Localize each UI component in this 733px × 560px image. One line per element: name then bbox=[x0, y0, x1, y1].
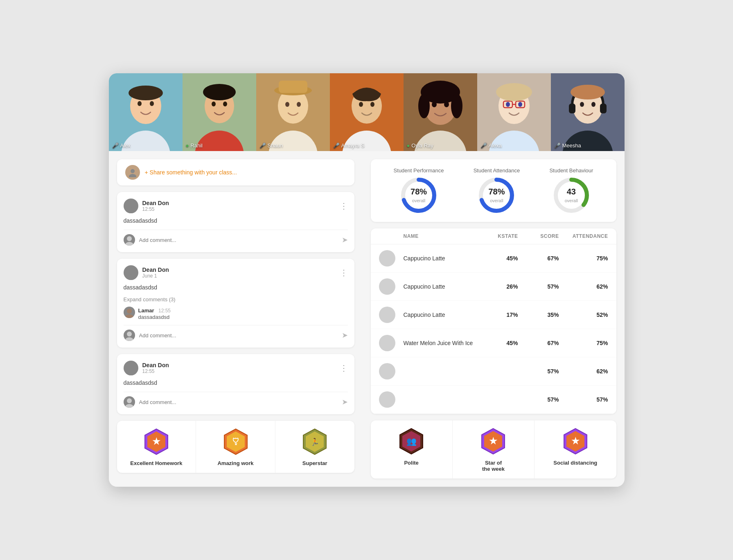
svg-point-52 bbox=[126, 208, 136, 213]
svg-point-31 bbox=[451, 94, 462, 118]
row-avatar-3 bbox=[379, 307, 395, 323]
shaun-mic-icon: 🎤 bbox=[259, 142, 266, 149]
rahil-photo bbox=[183, 73, 256, 151]
share-bar[interactable]: + Share something with your class... bbox=[117, 159, 354, 185]
svg-point-4 bbox=[150, 101, 154, 106]
app-container: 🎤 Alex ● Rahil bbox=[109, 73, 625, 487]
badge-excellent-homework[interactable]: ★ Excellent Homework bbox=[117, 421, 196, 473]
post-author-1: Dean Don 12:55 bbox=[124, 199, 169, 213]
stat-title-behaviour: Student Behaviour bbox=[549, 167, 593, 174]
oyia-label: ● Oyia Ray bbox=[407, 142, 433, 149]
badge-social-distancing[interactable]: ★ Social distancing bbox=[535, 420, 616, 479]
share-input[interactable]: + Share something with your class... bbox=[145, 169, 237, 176]
comment-row-2: ➤ bbox=[124, 325, 348, 341]
send-icon-3[interactable]: ➤ bbox=[342, 397, 348, 406]
video-cell-amayra[interactable]: 🎤 Amayra S bbox=[330, 73, 404, 151]
post-menu-3[interactable]: ⋮ bbox=[340, 363, 348, 373]
row-score-5: 57% bbox=[518, 368, 559, 375]
row-attendance-2: 62% bbox=[559, 283, 608, 290]
svg-point-63 bbox=[127, 398, 132, 403]
rahil-label: ● Rahil bbox=[186, 142, 203, 149]
badge-superstar[interactable]: 🏃 Superstar bbox=[275, 421, 354, 473]
svg-rect-47 bbox=[600, 104, 607, 113]
table-row-1[interactable]: Cappucino Latte 45% 67% 75% bbox=[371, 244, 616, 273]
svg-rect-18 bbox=[279, 81, 307, 93]
video-cell-alex[interactable]: 🎤 Alex bbox=[109, 73, 183, 151]
row-score-3: 35% bbox=[518, 312, 559, 318]
row-avatar-2 bbox=[379, 278, 395, 295]
video-cell-rahil[interactable]: ● Rahil bbox=[183, 73, 256, 151]
send-icon-2[interactable]: ➤ bbox=[342, 331, 348, 340]
row-score-1: 67% bbox=[518, 255, 559, 262]
main-content: + Share something with your class... Dea… bbox=[109, 151, 625, 487]
post-menu-1[interactable]: ⋮ bbox=[340, 201, 348, 211]
svg-point-22 bbox=[359, 102, 363, 107]
video-cell-alexa[interactable]: 🎤 Alexa bbox=[477, 73, 551, 151]
post-body-3: dassadasdsd bbox=[124, 379, 348, 386]
svg-point-35 bbox=[506, 102, 510, 107]
students-table: NAME KSTATE SCORE ATTENDANCE Cappucino L… bbox=[371, 228, 616, 414]
alex-label: 🎤 Alex bbox=[112, 142, 131, 149]
table-row-3[interactable]: Cappucino Latte 17% 35% 52% bbox=[371, 301, 616, 329]
row-avatar-6 bbox=[379, 391, 395, 408]
svg-point-57 bbox=[127, 309, 132, 314]
table-row-5[interactable]: 57% 62% bbox=[371, 357, 616, 386]
comment-avatar-2 bbox=[124, 330, 135, 341]
post-card-2: Dean Don June 1 ⋮ dassadasdsd Expand com… bbox=[117, 259, 354, 348]
post-name-1: Dean Don bbox=[142, 200, 169, 206]
post-name-2: Dean Don bbox=[142, 266, 169, 273]
meesha-photo bbox=[551, 73, 625, 151]
badge-polite[interactable]: 👥 Polite bbox=[371, 420, 453, 479]
post-menu-2[interactable]: ⋮ bbox=[340, 268, 348, 278]
video-cell-meesha[interactable]: 🎤 Meesha bbox=[551, 73, 625, 151]
lamar-time: 12:55 bbox=[158, 308, 171, 314]
th-avatar bbox=[379, 233, 404, 239]
comment-input-1[interactable] bbox=[139, 237, 338, 243]
row-attendance-1: 75% bbox=[559, 255, 608, 262]
badge-star-of-week[interactable]: ★ Star ofthe week bbox=[453, 420, 535, 479]
svg-point-53 bbox=[127, 236, 132, 241]
svg-point-61 bbox=[128, 363, 134, 370]
video-cell-shaun[interactable]: 🎤 Shaun bbox=[256, 73, 330, 151]
row-name-2: Cappucino Latte bbox=[404, 283, 477, 290]
post-avatar-2 bbox=[124, 265, 138, 280]
svg-point-51 bbox=[128, 201, 134, 208]
table-row-2[interactable]: Cappucino Latte 26% 57% 62% bbox=[371, 273, 616, 301]
svg-point-10 bbox=[223, 102, 227, 106]
row-attendance-3: 52% bbox=[559, 312, 608, 318]
svg-point-9 bbox=[212, 102, 216, 106]
svg-text:★: ★ bbox=[489, 436, 498, 446]
post-header-1: Dean Don 12:55 ⋮ bbox=[124, 199, 348, 213]
comment-row-3: ➤ bbox=[124, 392, 348, 408]
lamar-avatar bbox=[124, 307, 135, 318]
amayra-label: 🎤 Amayra S bbox=[333, 142, 365, 149]
comment-avatar-1 bbox=[124, 234, 135, 246]
row-name-3: Cappucino Latte bbox=[404, 312, 477, 318]
svg-text:👥: 👥 bbox=[406, 436, 417, 446]
right-panel: Student Performance 78% overall bbox=[363, 151, 625, 487]
video-cell-oyia[interactable]: ● Oyia Ray bbox=[404, 73, 477, 151]
expand-comments-2[interactable]: Expand comments (3) bbox=[124, 296, 348, 303]
row-kstate-2: 26% bbox=[477, 283, 518, 290]
badges-strip: ★ Excellent Homework 🛡 ★ bbox=[117, 421, 354, 473]
left-panel: + Share something with your class... Dea… bbox=[109, 151, 363, 487]
stat-title-attendance: Student Attendance bbox=[474, 167, 520, 174]
table-row-6[interactable]: 57% 57% bbox=[371, 386, 616, 414]
badge-amazing-work[interactable]: 🛡 ★ Amazing work bbox=[196, 421, 275, 473]
post-header-3: Dean Don 12:55 ⋮ bbox=[124, 361, 348, 375]
comment-avatar-3 bbox=[124, 396, 135, 408]
comment-input-2[interactable] bbox=[139, 332, 338, 339]
post-name-3: Dean Don bbox=[142, 362, 169, 368]
oyia-photo bbox=[404, 73, 477, 151]
send-icon-1[interactable]: ➤ bbox=[342, 235, 348, 244]
lamar-name: Lamar bbox=[138, 307, 154, 314]
svg-point-60 bbox=[125, 337, 133, 341]
svg-point-36 bbox=[518, 102, 522, 107]
badge-label-2: Amazing work bbox=[217, 460, 253, 466]
post-author-3: Dean Don 12:55 bbox=[124, 361, 169, 375]
row-score-4: 67% bbox=[518, 340, 559, 346]
table-row-4[interactable]: Water Melon Juice With Ice 45% 67% 75% bbox=[371, 329, 616, 357]
comment-input-3[interactable] bbox=[139, 399, 338, 405]
svg-point-55 bbox=[128, 268, 134, 274]
row-score-6: 57% bbox=[518, 396, 559, 403]
